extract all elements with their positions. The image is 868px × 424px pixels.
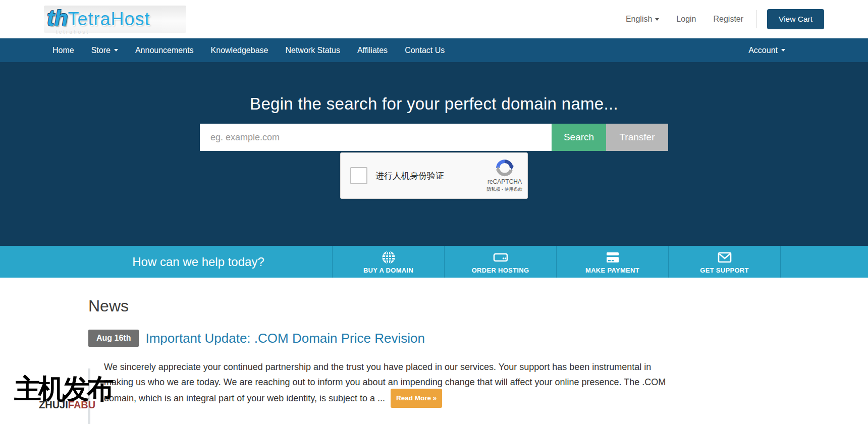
nav-item-home[interactable]: Home [44, 38, 83, 62]
site-logo[interactable]: th TetraHost tetrahost [44, 6, 186, 34]
recaptcha-checkbox[interactable] [350, 167, 367, 184]
transfer-button[interactable]: Transfer [606, 124, 668, 151]
login-link[interactable]: Login [676, 15, 696, 24]
nav-account-dropdown[interactable]: Account [740, 38, 794, 62]
domain-search-banner: Begin the search for your perfect domain… [0, 62, 868, 246]
server-icon [493, 250, 509, 264]
chevron-down-icon [781, 49, 785, 51]
buy-a-domain-button[interactable]: BUY A DOMAIN [332, 246, 444, 278]
chevron-down-icon [655, 18, 659, 21]
news-article-header: Aug 16th Important Update: .COM Domain P… [88, 330, 868, 347]
help-bar: How can we help today? BUY A DOMAIN ORDE… [0, 246, 868, 278]
order-hosting-button[interactable]: ORDER HOSTING [444, 246, 556, 278]
logo-brand-text: TetraHost [68, 7, 150, 32]
view-cart-button[interactable]: View Cart [767, 9, 824, 29]
header-divider [756, 10, 757, 28]
globe-icon [382, 250, 396, 264]
article-excerpt: We sincerely appreciate your continued p… [104, 359, 674, 409]
nav-item-contact-us[interactable]: Contact Us [396, 38, 453, 62]
article-title-link[interactable]: Important Update: .COM Domain Price Revi… [145, 331, 424, 346]
news-section: News Aug 16th Important Update: .COM Dom… [0, 278, 868, 409]
envelope-icon [717, 250, 732, 264]
nav-item-network-status[interactable]: Network Status [277, 38, 348, 62]
nav-item-affiliates[interactable]: Affiliates [349, 38, 396, 62]
search-button[interactable]: Search [552, 124, 606, 151]
domain-search-heading: Begin the search for your perfect domain… [0, 62, 868, 116]
language-dropdown[interactable]: English [626, 15, 659, 24]
domain-search-form: Search Transfer [200, 124, 668, 151]
nav-item-knowledgebase[interactable]: Knowledgebase [202, 38, 277, 62]
recaptcha-logo-icon [496, 159, 514, 177]
logo-th-icon: th [47, 7, 68, 30]
help-bar-heading: How can we help today? [132, 255, 264, 269]
watermark-pinyin-text: ZHUJIFABU [39, 399, 95, 411]
main-navigation: Home Store Announcements Knowledgebase N… [0, 38, 868, 62]
domain-search-input[interactable] [200, 124, 552, 151]
help-bar-spacer [780, 246, 868, 278]
recaptcha-widget: 进行人机身份验证 reCAPTCHA 隐私权 - 使用条款 [340, 152, 528, 199]
recaptcha-terms-link[interactable]: 隐私权 - 使用条款 [487, 186, 523, 193]
read-more-button[interactable]: Read More » [391, 389, 442, 408]
logo-reflection-text: tetrahost [56, 29, 89, 35]
register-link[interactable]: Register [714, 15, 744, 24]
news-heading: News [88, 296, 868, 316]
nav-item-announcements[interactable]: Announcements [127, 38, 202, 62]
nav-item-store[interactable]: Store [83, 38, 127, 62]
recaptcha-label: 进行人机身份验证 [375, 170, 485, 182]
site-header: th TetraHost tetrahost English Login Reg… [0, 0, 868, 38]
credit-card-icon [605, 250, 620, 264]
chevron-down-icon [114, 49, 118, 51]
make-payment-button[interactable]: MAKE PAYMENT [556, 246, 668, 278]
recaptcha-brand-text: reCAPTCHA [487, 178, 522, 185]
get-support-button[interactable]: GET SUPPORT [668, 246, 780, 278]
article-date-badge: Aug 16th [88, 330, 139, 347]
watermark-chinese-text: 主机发布 [14, 376, 111, 403]
